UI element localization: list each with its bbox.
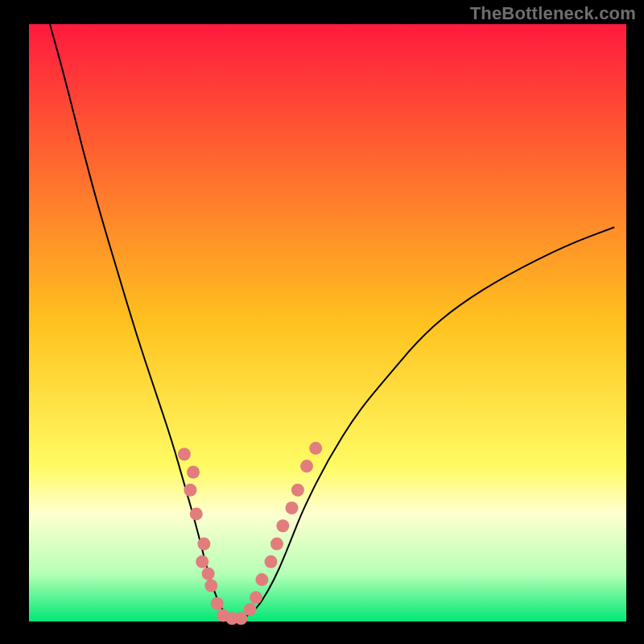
scatter-point xyxy=(276,519,289,532)
scatter-point xyxy=(211,597,224,610)
scatter-point xyxy=(250,591,262,604)
scatter-point xyxy=(187,466,200,479)
scatter-point xyxy=(291,484,304,497)
scatter-point xyxy=(190,507,203,520)
bottleneck-chart xyxy=(0,0,644,644)
scatter-point xyxy=(244,603,257,616)
plot-background xyxy=(29,24,626,621)
scatter-point xyxy=(178,448,191,460)
scatter-point xyxy=(265,555,278,568)
scatter-point xyxy=(285,502,298,514)
scatter-point xyxy=(300,460,313,473)
scatter-point xyxy=(197,538,210,551)
scatter-point xyxy=(309,442,322,455)
scatter-point xyxy=(204,579,217,592)
scatter-point xyxy=(184,484,196,497)
scatter-point xyxy=(270,538,283,551)
chart-frame: { "watermark": "TheBottleneck.com", "cha… xyxy=(0,0,644,644)
scatter-point xyxy=(196,555,208,568)
scatter-point xyxy=(202,568,215,580)
scatter-point xyxy=(255,573,268,586)
